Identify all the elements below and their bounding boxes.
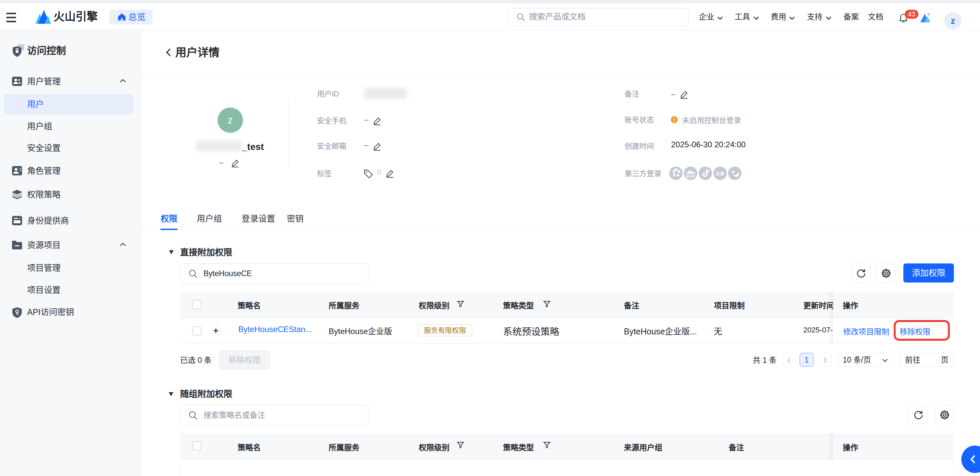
svg-text:穿山甲: 穿山甲 [686, 174, 695, 178]
svg-text:头条: 头条 [716, 171, 725, 176]
